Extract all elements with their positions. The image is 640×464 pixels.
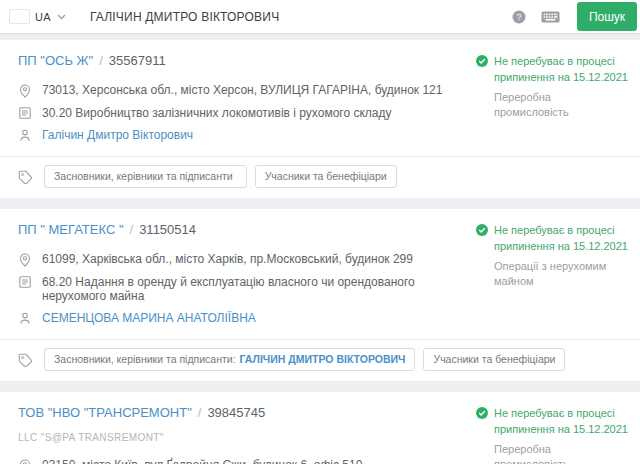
activity-text: 68.20 Надання в оренду й експлуатацію вл… [42, 275, 476, 303]
check-circle-icon [476, 224, 488, 236]
search-input[interactable] [90, 10, 512, 24]
person-link[interactable]: СЕМЕНЦОВА МАРИНА АНАТОЛІЇВНА [42, 311, 256, 325]
status-badge: Не перебуває в процесі припинення на 15.… [476, 406, 628, 438]
company-name-link[interactable]: ПП " МЕГАТЕКС " [18, 222, 124, 237]
company-title: ТОВ "НВО "ТРАНСРЕМОНТ"/39845745 [18, 405, 476, 420]
person-row: СЕМЕНЦОВА МАРИНА АНАТОЛІЇВНА [18, 311, 476, 325]
person-row: Галічин Дмитро Вікторович [18, 128, 476, 142]
address-row: 61099, Харківська обл., місто Харків, пр… [18, 252, 476, 267]
card-footer: Засновники, керівники та підписанти Учас… [0, 156, 640, 198]
search-results: ПП "ОСЬ Ж"/35567911 73013, Херсонська об… [0, 34, 640, 464]
keyboard-icon[interactable] [541, 10, 560, 24]
status-badge: Не перебуває в процесі припинення на 15.… [476, 223, 628, 255]
address-text: 61099, Харківська обл., місто Харків, пр… [42, 252, 413, 266]
card-footer: Засновники, керівники та підписанти:ГАЛІ… [0, 339, 640, 381]
result-card: ПП "ОСЬ Ж"/35567911 73013, Херсонська об… [0, 40, 640, 198]
document-icon [18, 106, 32, 119]
address-row: 03150, місто Київ, вул.Ґедройця Єжи, буд… [18, 458, 476, 464]
title-separator: / [99, 53, 103, 68]
help-icon[interactable]: ? [512, 10, 526, 24]
title-separator: / [130, 222, 134, 237]
person-link[interactable]: Галічин Дмитро Вікторович [42, 128, 193, 142]
language-code: UA [35, 11, 51, 23]
search-button[interactable]: Пошук [577, 2, 637, 31]
activity-row: 30.20 Виробництво залізничних локомотиві… [18, 106, 476, 120]
check-circle-icon [476, 407, 488, 419]
company-code: 35567911 [109, 53, 166, 68]
tag-beneficiaries-button[interactable]: Учасники та бенефіціари [423, 348, 565, 371]
industry-label: Переробна промисловість [476, 90, 628, 121]
address-row: 73013, Херсонська обл., місто Херсон, ВУ… [18, 83, 476, 98]
tag-icon [18, 353, 32, 367]
status-text: Не перебуває в процесі припинення на 15.… [494, 223, 628, 255]
activity-row: 68.20 Надання в оренду й експлуатацію вл… [18, 275, 476, 303]
address-text: 73013, Херсонська обл., місто Херсон, ВУ… [42, 83, 442, 97]
location-pin-icon [18, 458, 32, 464]
location-pin-icon [18, 252, 32, 267]
tag-founders-button[interactable]: Засновники, керівники та підписанти [44, 165, 247, 188]
company-name-link[interactable]: ПП "ОСЬ Ж" [18, 53, 93, 68]
company-code: 31150514 [139, 222, 196, 237]
person-icon [18, 311, 32, 325]
search-bar: UA ? Пошук [0, 0, 640, 34]
tag-person-link[interactable]: ГАЛІЧИН ДМИТРО ВІКТОРОВИЧ [240, 353, 406, 365]
tag-founders-button[interactable]: Засновники, керівники та підписанти:ГАЛІ… [44, 348, 415, 371]
document-icon [18, 275, 32, 288]
language-selector[interactable]: UA [10, 10, 76, 23]
result-card: ПП " МЕГАТЕКС "/31150514 61099, Харківсь… [0, 209, 640, 381]
title-separator: / [198, 405, 202, 420]
chevron-down-icon [57, 14, 66, 20]
tag-icon [18, 170, 32, 184]
tag-beneficiaries-button[interactable]: Учасники та бенефіціари [255, 165, 397, 188]
company-title: ПП "ОСЬ Ж"/35567911 [18, 53, 476, 68]
address-text: 03150, місто Київ, вул.Ґедройця Єжи, буд… [42, 458, 362, 464]
status-text: Не перебуває в процесі припинення на 15.… [494, 406, 628, 438]
check-circle-icon [476, 55, 488, 67]
activity-text: 30.20 Виробництво залізничних локомотиві… [42, 106, 392, 120]
company-code: 39845745 [207, 405, 265, 420]
company-name-link[interactable]: ТОВ "НВО "ТРАНСРЕМОНТ" [18, 405, 192, 420]
result-card: ТОВ "НВО "ТРАНСРЕМОНТ"/39845745 LLC "S@P… [0, 392, 640, 464]
industry-label: Переробна промисловість [476, 442, 628, 464]
location-pin-icon [18, 83, 32, 98]
person-icon [18, 128, 32, 142]
industry-label: Операції з нерухомим майном [476, 259, 628, 290]
company-title: ПП " МЕГАТЕКС "/31150514 [18, 222, 476, 237]
svg-text:?: ? [516, 12, 521, 22]
ukraine-flag-icon [10, 10, 29, 23]
status-text: Не перебуває в процесі припинення на 15.… [494, 54, 628, 86]
company-alt-name: LLC "S@PA TRANSREMONT" [18, 432, 476, 443]
status-badge: Не перебуває в процесі припинення на 15.… [476, 54, 628, 86]
